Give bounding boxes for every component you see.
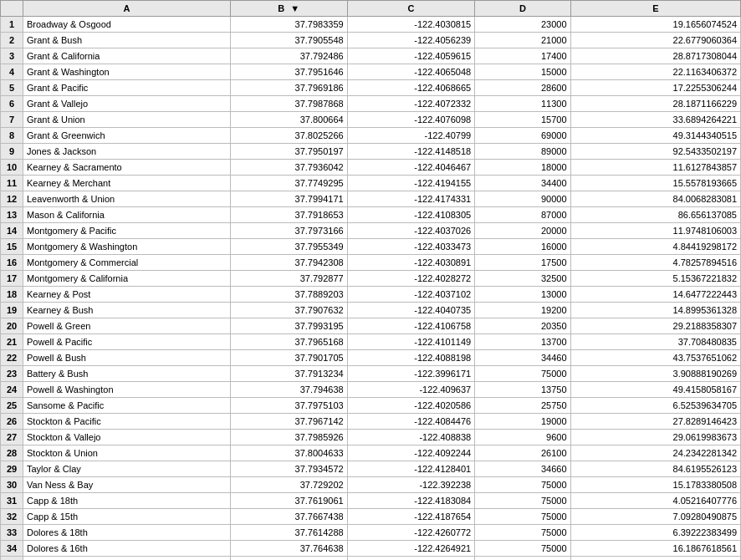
cell-b-22[interactable]: 37.7901705 [230,350,347,366]
cell-e-30[interactable]: 15.1783380508 [570,477,740,493]
cell-a-23[interactable]: Battery & Bush [23,366,231,382]
cell-b-16[interactable]: 37.7942308 [230,255,347,271]
cell-c-29[interactable]: -122.4128401 [347,461,475,477]
cell-d-21[interactable]: 13700 [475,334,570,350]
cell-b-1[interactable]: 37.7983359 [230,17,347,33]
cell-e-23[interactable]: 3.90888190269 [570,366,740,382]
cell-b-24[interactable]: 37.794638 [230,382,347,398]
cell-a-5[interactable]: Grant & Pacific [23,80,231,96]
cell-c-11[interactable]: -122.4194155 [347,176,475,191]
cell-d-6[interactable]: 11300 [475,96,570,112]
cell-d-20[interactable]: 20350 [475,318,570,334]
cell-a-33[interactable]: Dolores & 18th [23,525,231,541]
cell-b-11[interactable]: 37.7749295 [230,176,347,191]
cell-d-30[interactable]: 75000 [475,477,570,493]
cell-d-23[interactable]: 75000 [475,366,570,382]
cell-b-20[interactable]: 37.7993195 [230,318,347,334]
cell-a-10[interactable]: Kearney & Sacramento [23,160,231,176]
cell-a-8[interactable]: Grant & Greenwich [23,128,231,144]
cell-e-7[interactable]: 33.6894264221 [570,112,740,128]
cell-d-29[interactable]: 34660 [475,461,570,477]
cell-e-33[interactable]: 6.39222383499 [570,525,740,541]
cell-c-20[interactable]: -122.4106758 [347,318,475,334]
cell-b-17[interactable]: 37.792877 [230,271,347,287]
cell-e-17[interactable]: 5.15367221832 [570,271,740,287]
cell-b-6[interactable]: 37.7987868 [230,96,347,112]
cell-a-16[interactable]: Montgomery & Commercial [23,255,231,271]
cell-c-22[interactable]: -122.4088198 [347,350,475,366]
cell-a-20[interactable]: Powell & Green [23,318,231,334]
cell-a-35[interactable]: Dolores & 14th [23,557,231,561]
cell-b-14[interactable]: 37.7973166 [230,223,347,239]
cell-b-23[interactable]: 37.7913234 [230,366,347,382]
cell-b-8[interactable]: 37.8025266 [230,128,347,144]
cell-d-28[interactable]: 26100 [475,445,570,461]
cell-c-9[interactable]: -122.4148518 [347,144,475,160]
cell-e-9[interactable]: 92.5433502197 [570,144,740,160]
cell-e-20[interactable]: 29.2188358307 [570,318,740,334]
cell-c-32[interactable]: -122.4187654 [347,509,475,525]
cell-b-25[interactable]: 37.7975103 [230,398,347,414]
cell-e-2[interactable]: 22.6779060364 [570,33,740,48]
cell-e-32[interactable]: 7.09280490875 [570,509,740,525]
cell-b-31[interactable]: 37.7619061 [230,493,347,509]
cell-a-4[interactable]: Grant & Washington [23,64,231,80]
cell-a-26[interactable]: Stockton & Pacific [23,414,231,430]
cell-a-24[interactable]: Powell & Washington [23,382,231,398]
cell-b-35[interactable]: 37.7678672 [230,557,347,561]
cell-e-5[interactable]: 17.2255306244 [570,80,740,96]
cell-c-35[interactable]: -122.4268044 [347,557,475,561]
cell-a-27[interactable]: Stockton & Vallejo [23,430,231,445]
cell-c-25[interactable]: -122.4020586 [347,398,475,414]
cell-d-18[interactable]: 13000 [475,287,570,303]
cell-d-33[interactable]: 75000 [475,525,570,541]
cell-d-15[interactable]: 16000 [475,239,570,255]
cell-c-6[interactable]: -122.4072332 [347,96,475,112]
cell-a-14[interactable]: Montgomery & Pacific [23,223,231,239]
cell-c-5[interactable]: -122.4068665 [347,80,475,96]
cell-c-2[interactable]: -122.4056239 [347,33,475,48]
cell-e-4[interactable]: 22.1163406372 [570,64,740,80]
cell-e-1[interactable]: 19.1656074524 [570,17,740,33]
cell-d-8[interactable]: 69000 [475,128,570,144]
cell-c-19[interactable]: -122.4040735 [347,303,475,318]
cell-b-5[interactable]: 37.7969186 [230,80,347,96]
cell-c-14[interactable]: -122.4037026 [347,223,475,239]
cell-a-11[interactable]: Kearney & Merchant [23,176,231,191]
cell-e-18[interactable]: 14.6477222443 [570,287,740,303]
cell-e-10[interactable]: 11.6127843857 [570,160,740,176]
cell-d-22[interactable]: 34460 [475,350,570,366]
cell-c-3[interactable]: -122.4059615 [347,48,475,64]
cell-a-32[interactable]: Capp & 15th [23,509,231,525]
cell-a-29[interactable]: Taylor & Clay [23,461,231,477]
cell-e-19[interactable]: 14.8995361328 [570,303,740,318]
cell-d-31[interactable]: 75000 [475,493,570,509]
cell-c-10[interactable]: -122.4046467 [347,160,475,176]
cell-c-1[interactable]: -122.4030815 [347,17,475,33]
cell-e-25[interactable]: 6.52539634705 [570,398,740,414]
cell-a-12[interactable]: Leavenworth & Union [23,191,231,207]
cell-a-3[interactable]: Grant & California [23,48,231,64]
cell-a-6[interactable]: Grant & Vallejo [23,96,231,112]
cell-c-30[interactable]: -122.392238 [347,477,475,493]
cell-a-30[interactable]: Van Ness & Bay [23,477,231,493]
header-col-d[interactable]: D [475,1,570,17]
cell-b-18[interactable]: 37.7889203 [230,287,347,303]
cell-d-11[interactable]: 34400 [475,176,570,191]
cell-e-31[interactable]: 4.05216407776 [570,493,740,509]
cell-b-27[interactable]: 37.7985926 [230,430,347,445]
cell-b-33[interactable]: 37.7614288 [230,525,347,541]
cell-a-18[interactable]: Kearney & Post [23,287,231,303]
cell-b-3[interactable]: 37.792486 [230,48,347,64]
cell-e-35[interactable]: 30.3275947571 [570,557,740,561]
cell-d-4[interactable]: 15000 [475,64,570,80]
cell-e-16[interactable]: 4.78257894516 [570,255,740,271]
header-col-a[interactable]: A [23,1,231,17]
cell-d-19[interactable]: 19200 [475,303,570,318]
cell-e-11[interactable]: 15.5578193665 [570,176,740,191]
cell-c-17[interactable]: -122.4028272 [347,271,475,287]
cell-e-27[interactable]: 29.0619983673 [570,430,740,445]
cell-e-29[interactable]: 84.6195526123 [570,461,740,477]
cell-c-18[interactable]: -122.4037102 [347,287,475,303]
header-col-e[interactable]: E [570,1,740,17]
